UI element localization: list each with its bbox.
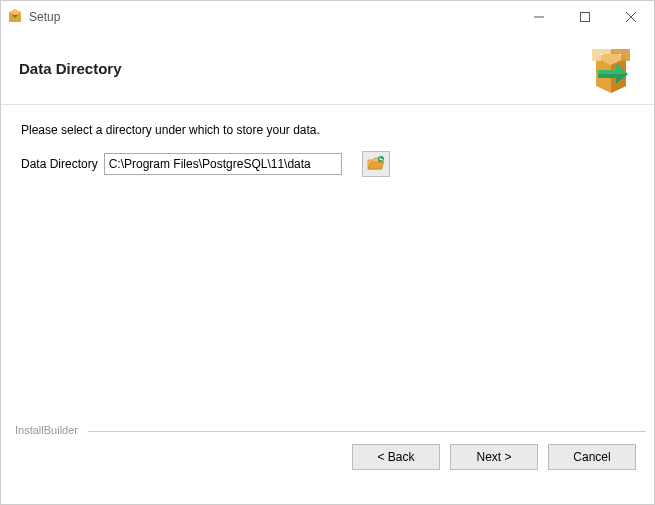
folder-open-icon <box>367 156 385 172</box>
footer-separator: InstallBuilder <box>88 431 646 432</box>
browse-button[interactable] <box>362 151 390 177</box>
titlebar: Setup <box>1 1 654 33</box>
data-directory-row: Data Directory <box>21 151 634 177</box>
window-title: Setup <box>29 10 516 24</box>
instruction-text: Please select a directory under which to… <box>21 123 634 137</box>
installer-brand: InstallBuilder <box>13 424 80 436</box>
window-controls <box>516 1 654 33</box>
wizard-header: Data Directory <box>1 33 654 105</box>
data-directory-label: Data Directory <box>21 157 98 171</box>
page-title: Data Directory <box>19 60 586 77</box>
data-directory-input[interactable] <box>104 153 342 175</box>
wizard-content: Please select a directory under which to… <box>1 105 654 431</box>
back-button[interactable]: < Back <box>352 444 440 470</box>
svg-rect-4 <box>581 13 590 22</box>
maximize-button[interactable] <box>562 1 608 33</box>
close-button[interactable] <box>608 1 654 33</box>
wizard-buttons: < Back Next > Cancel <box>1 432 654 484</box>
app-icon <box>7 9 23 25</box>
installer-box-icon <box>586 44 636 94</box>
cancel-button[interactable]: Cancel <box>548 444 636 470</box>
minimize-button[interactable] <box>516 1 562 33</box>
next-button[interactable]: Next > <box>450 444 538 470</box>
